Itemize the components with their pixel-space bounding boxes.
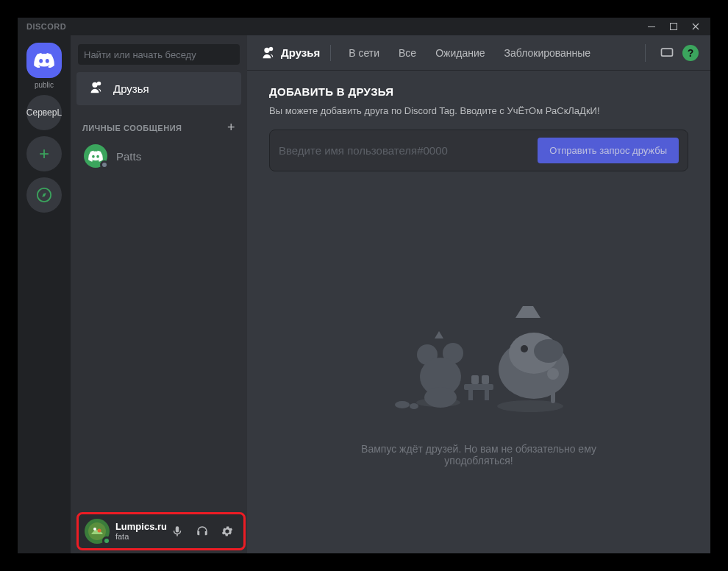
add-server-button[interactable]: + (26, 136, 62, 171)
user-status: fata (115, 532, 167, 542)
user-avatar[interactable] (85, 519, 110, 544)
divider (645, 44, 646, 62)
svg-rect-12 (485, 390, 489, 400)
dm-header: ЛИЧНЫЕ СООБЩЕНИЯ + (71, 107, 247, 138)
content-area: public СерверL + Найти или начать беседу… (18, 35, 710, 553)
new-group-dm-button[interactable] (656, 42, 678, 64)
user-panel-controls (167, 521, 238, 542)
svg-point-9 (424, 387, 457, 408)
main-panel: Друзья В сети Все Ожидание Заблокированн… (247, 35, 710, 553)
friends-nav-label: Друзья (113, 82, 149, 95)
username: Lumpics.ru (115, 521, 167, 533)
svg-rect-19 (551, 377, 555, 403)
svg-rect-13 (471, 375, 479, 384)
dm-item-name: Patts (116, 150, 141, 163)
send-friend-request-button[interactable]: Отправить запрос дружбы (538, 138, 679, 163)
friends-icon (87, 79, 103, 98)
add-friend-section: ДОБАВИТЬ В ДРУЗЬЯ Вы можете добавить дру… (247, 71, 710, 186)
tab-pending[interactable]: Ожидание (428, 44, 492, 62)
app-window: DISCORD public СерверL + Найти или начат… (18, 18, 710, 553)
discover-servers-button[interactable] (26, 177, 62, 213)
svg-point-20 (547, 368, 559, 380)
quick-switcher[interactable]: Найти или начать беседу (78, 44, 240, 65)
titlebar: DISCORD (18, 18, 710, 35)
user-settings-button[interactable] (217, 521, 238, 542)
svg-point-24 (93, 528, 96, 531)
friends-header: Друзья (259, 45, 331, 61)
svg-point-18 (521, 345, 528, 352)
deafen-button[interactable] (192, 521, 213, 542)
discord-avatar-icon (88, 150, 103, 162)
mute-mic-button[interactable] (167, 521, 188, 542)
empty-text-line1: Вампус ждёт друзей. Но вам не обязательн… (361, 443, 596, 455)
friends-nav-item[interactable]: Друзья (76, 72, 241, 105)
offline-status-icon (100, 160, 109, 169)
dm-item[interactable]: Patts (76, 140, 241, 172)
svg-point-22 (410, 403, 418, 409)
top-bar: Друзья В сети Все Ожидание Заблокированн… (247, 35, 710, 71)
server-public-label: public (35, 81, 54, 89)
friends-header-label: Друзья (281, 46, 320, 59)
compass-icon (36, 187, 52, 203)
svg-rect-1 (671, 24, 677, 30)
add-friend-input-row: Отправить запрос дружбы (269, 130, 688, 171)
server-rail: public СерверL + (18, 35, 71, 553)
minimize-button[interactable] (641, 18, 662, 35)
dm-avatar (84, 144, 107, 168)
close-button[interactable] (685, 18, 706, 35)
tab-all[interactable]: Все (391, 44, 424, 62)
empty-text-line2: уподобляться! (444, 455, 513, 467)
help-button[interactable]: ? (682, 45, 699, 61)
user-info[interactable]: Lumpics.ru fata (115, 521, 167, 542)
search-placeholder: Найти или начать беседу (84, 49, 196, 60)
headphones-icon (196, 525, 209, 538)
svg-point-17 (534, 339, 563, 363)
add-friend-title: ДОБАВИТЬ В ДРУЗЬЯ (269, 85, 688, 98)
gear-icon (221, 525, 234, 538)
tab-blocked[interactable]: Заблокированные (497, 44, 599, 62)
svg-point-25 (97, 529, 101, 533)
svg-rect-10 (464, 384, 493, 390)
discord-logo-icon (34, 53, 54, 68)
online-status-icon (102, 536, 111, 545)
svg-rect-0 (648, 26, 655, 27)
empty-state: Вампус ждёт друзей. Но вам не обязательн… (247, 186, 710, 553)
server-item-1[interactable]: СерверL (26, 95, 62, 130)
microphone-icon (171, 525, 184, 538)
home-server-button[interactable] (26, 43, 62, 78)
create-dm-button[interactable]: + (227, 120, 235, 135)
wumpus-illustration (346, 274, 611, 421)
svg-rect-11 (468, 390, 473, 400)
svg-rect-3 (662, 49, 673, 56)
svg-point-21 (395, 401, 410, 408)
maximize-button[interactable] (663, 18, 684, 35)
dm-header-label: ЛИЧНЫЕ СООБЩЕНИЯ (82, 124, 182, 132)
user-panel: Lumpics.ru fata (76, 512, 246, 550)
svg-rect-14 (482, 375, 489, 384)
window-title: DISCORD (26, 22, 66, 31)
add-friend-input[interactable] (279, 144, 538, 157)
window-controls (641, 18, 706, 35)
add-friend-subtitle: Вы можете добавить друга по Discord Tag.… (269, 105, 688, 116)
tab-online[interactable]: В сети (341, 44, 387, 62)
dm-column: Найти или начать беседу Друзья ЛИЧНЫЕ СО… (71, 35, 247, 553)
friends-header-icon (259, 45, 275, 61)
